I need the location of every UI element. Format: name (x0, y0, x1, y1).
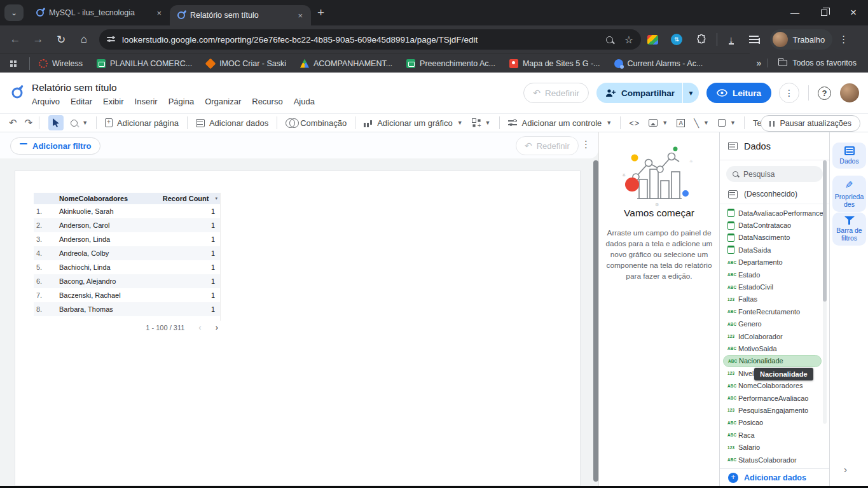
add-page-button[interactable]: Adicionar página (105, 118, 179, 128)
reset-button[interactable]: ↶ Redefinir (523, 83, 589, 103)
header-more-button[interactable]: ⋮ (779, 83, 799, 103)
media-list-icon[interactable] (749, 36, 759, 43)
add-data-button[interactable]: Adicionar dados (196, 118, 268, 128)
downloads-icon[interactable]: ↓ (729, 35, 734, 45)
field-list-scrollbar[interactable] (823, 160, 827, 424)
rail-tab-dados[interactable]: Dados (832, 143, 866, 169)
reload-icon[interactable]: ↻ (50, 33, 72, 46)
window-maximize-button[interactable] (809, 0, 839, 25)
filter-bar-menu-icon[interactable]: ⋮ (581, 139, 591, 150)
bookmark-item[interactable]: IMOC Criar - Saski (206, 59, 286, 68)
sort-caret-icon[interactable]: ▾ (215, 196, 217, 201)
share-dropdown-caret[interactable]: ▼ (683, 83, 699, 103)
collapse-panel-icon[interactable]: › (844, 464, 847, 475)
field-item[interactable]: EstadoCivil (720, 281, 829, 293)
view-mode-button[interactable]: Leitura (706, 83, 771, 103)
field-item[interactable]: DataNascimento (720, 232, 829, 244)
canvas-scrollbar[interactable] (593, 160, 598, 482)
browser-menu-icon[interactable]: ⋮ (839, 34, 848, 45)
field-item[interactable]: FonteRecrutamento (720, 305, 829, 317)
add-control-button[interactable]: Adicionar um controle▼ (508, 118, 612, 128)
add-filter-button[interactable]: Adicionar filtro (10, 137, 100, 155)
undo-icon[interactable]: ↶ (9, 117, 17, 129)
shape-button[interactable]: ▼ (718, 119, 736, 127)
menu-item[interactable]: Página (169, 97, 194, 106)
zoom-tool-button[interactable]: ▼ (71, 120, 88, 127)
window-close-button[interactable]: × (839, 0, 868, 25)
column-header-dimension[interactable]: NomeColaboradores (59, 195, 163, 202)
extension-sync-icon[interactable]: ⇅ (671, 34, 682, 45)
field-item[interactable]: Genero (720, 318, 829, 330)
field-search[interactable] (726, 166, 823, 182)
menu-item[interactable]: Recurso (252, 97, 282, 106)
bookmarks-overflow-icon[interactable]: » (750, 58, 768, 68)
bookmark-item[interactable]: Preeenchimento Ac... (406, 59, 495, 68)
home-icon[interactable]: ⌂ (72, 33, 95, 46)
rail-tab-filtros[interactable]: Barra de filtros (832, 213, 866, 246)
tab-close-icon[interactable]: × (155, 8, 163, 18)
field-item[interactable]: MotivoSaida (720, 342, 829, 354)
filter-reset-button[interactable]: ↶ Redefinir (516, 136, 579, 155)
new-tab-button[interactable]: + (317, 6, 324, 20)
line-button[interactable]: ╲▼ (694, 118, 709, 128)
browser-tab-report[interactable]: Relatório sem título × (170, 5, 311, 25)
blend-button[interactable]: Combinação (286, 118, 347, 128)
bookmark-item[interactable]: Wireless (39, 59, 83, 68)
menu-item[interactable]: Exibir (103, 97, 124, 106)
field-item[interactable]: DataSaida (720, 244, 829, 256)
data-source-row[interactable]: (Desconhecido) (720, 185, 829, 204)
text-button[interactable]: A (677, 119, 685, 127)
report-title[interactable]: Relatório sem título (32, 82, 117, 94)
browser-tab-mysql[interactable]: MySQL - ilus_tecnologia × (29, 3, 170, 23)
field-item[interactable]: StatusColaborador (720, 454, 829, 466)
column-header-metric[interactable]: Record Count (163, 195, 209, 202)
page-prev-icon[interactable]: ‹ (198, 323, 201, 332)
field-item[interactable]: PerformanceAvaliacao (720, 392, 829, 404)
menu-item[interactable]: Arquivo (32, 97, 60, 106)
back-icon[interactable]: ← (4, 33, 27, 46)
field-item[interactable]: Departamento (720, 256, 829, 268)
all-bookmarks-button[interactable]: Todos os favoritos (768, 59, 868, 67)
embed-button[interactable]: <> (629, 118, 640, 128)
help-icon[interactable]: ? (818, 87, 831, 100)
field-item[interactable]: Posicao (720, 417, 829, 429)
menu-item[interactable]: Organizar (205, 97, 241, 106)
pause-updates-button[interactable]: Pausar atualizações (761, 115, 860, 132)
field-item[interactable]: Faltas (720, 293, 829, 305)
profile-button[interactable]: Trabalho (770, 29, 833, 50)
bookmark-item[interactable]: Current Alarms - Ac... (614, 59, 703, 68)
field-item[interactable]: PesquisaEngajamento (720, 404, 829, 416)
tab-close-icon[interactable]: × (296, 11, 305, 20)
rail-tab-propriedades[interactable]: ✎ Propriedades (832, 176, 866, 212)
image-button[interactable]: ▼ (649, 119, 668, 127)
share-button[interactable]: Compartilhar (596, 83, 682, 103)
bookmark-item[interactable]: PLANILHA COMERC... (97, 59, 192, 68)
field-item[interactable]: DataAvaliacaoPerformance (720, 207, 829, 219)
field-item[interactable]: Record Count (720, 466, 829, 468)
report-page[interactable]: NomeColaboradores Record Count ▾ 1. Akin… (15, 171, 581, 486)
bookmark-item[interactable]: ACOMPANHAMENT... (300, 59, 392, 68)
extension-google-icon[interactable] (647, 35, 658, 45)
field-item[interactable]: IdColaborador (720, 330, 829, 342)
field-item[interactable]: DataContratacao (720, 219, 829, 231)
menu-item[interactable]: Ajuda (294, 97, 315, 106)
window-minimize-button[interactable]: — (780, 0, 809, 25)
field-item[interactable]: Estado (720, 268, 829, 281)
field-search-input[interactable] (743, 170, 813, 179)
redo-icon[interactable]: ↷ (25, 117, 33, 129)
site-info-icon[interactable] (107, 36, 116, 43)
bookmark-star-icon[interactable]: ☆ (624, 34, 633, 46)
community-visuals-button[interactable]: ▼ (472, 118, 491, 127)
zoom-icon[interactable] (606, 36, 613, 43)
field-item[interactable]: Nacionalidade (723, 355, 822, 367)
url-text[interactable]: lookerstudio.google.com/reporting/26e76f… (122, 35, 606, 45)
menu-item[interactable]: Editar (71, 97, 92, 106)
field-item[interactable]: Raca (720, 429, 829, 441)
omnibox[interactable]: lookerstudio.google.com/reporting/26e76f… (99, 29, 641, 50)
scrollbar-thumb[interactable] (823, 160, 827, 302)
account-avatar[interactable] (840, 83, 859, 102)
field-item[interactable]: NomeColaboradores (720, 379, 829, 391)
bookmark-item[interactable]: Mapa de Sites 5 G -... (509, 59, 600, 68)
add-data-footer[interactable]: + Adicionar dados (720, 468, 829, 486)
table-chart[interactable]: NomeColaboradores Record Count ▾ 1. Akin… (34, 193, 221, 321)
